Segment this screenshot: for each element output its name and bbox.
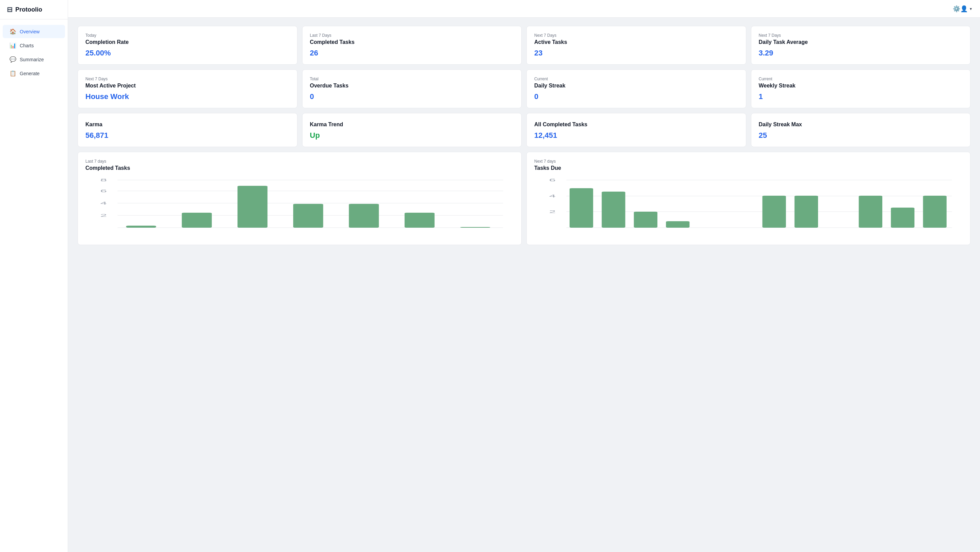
svg-rect-11 <box>237 186 267 227</box>
chart-title: Completed Tasks <box>86 165 514 171</box>
stat-value: House Work <box>86 92 290 101</box>
stat-card-daily-streak: Current Daily Streak 0 <box>527 69 746 108</box>
svg-rect-26 <box>666 221 689 227</box>
main-area: ⚙️👤 ▾ Today Completion Rate 25.00% Last … <box>68 0 980 552</box>
svg-rect-30 <box>891 208 914 227</box>
stat-card-karma: Karma 56,871 <box>78 113 298 147</box>
sidebar-nav: 🏠 Overview 📊 Charts 💬 Summarize 📋 Genera… <box>0 19 68 86</box>
svg-rect-28 <box>795 196 818 227</box>
stat-label-top: Current <box>534 76 738 81</box>
stats-row-3: Karma 56,871 Karma Trend Up All Complete… <box>78 113 970 147</box>
tasks-due-chart: 6 4 2 <box>534 177 963 238</box>
stat-title: Active Tasks <box>534 39 738 45</box>
home-icon: 🏠 <box>10 28 16 35</box>
stat-value: 3.29 <box>759 49 963 57</box>
summarize-icon: 💬 <box>10 56 16 63</box>
user-menu[interactable]: ⚙️👤 ▾ <box>953 5 972 13</box>
stat-card-daily-streak-max: Daily Streak Max 25 <box>751 113 971 147</box>
svg-rect-23 <box>570 188 593 227</box>
stat-label-top: Total <box>310 76 514 81</box>
svg-text:2: 2 <box>100 213 107 218</box>
stat-label-top: Current <box>759 76 963 81</box>
stat-value: 25 <box>759 131 963 140</box>
charts-icon: 📊 <box>10 42 16 49</box>
stat-value: 26 <box>310 49 514 57</box>
stat-card-overdue-tasks: Total Overdue Tasks 0 <box>302 69 522 108</box>
topbar: ⚙️👤 ▾ <box>68 0 980 18</box>
sidebar-item-label: Generate <box>20 71 40 76</box>
chart-title: Tasks Due <box>534 165 963 171</box>
svg-text:8: 8 <box>100 178 107 182</box>
logo-icon: ⊟ <box>7 5 13 14</box>
stat-title: Completion Rate <box>86 39 290 45</box>
stat-card-weekly-streak: Current Weekly Streak 1 <box>751 69 971 108</box>
stat-label-top: Next 7 Days <box>86 76 290 81</box>
sidebar-item-label: Overview <box>20 29 40 34</box>
stat-card-completion-rate: Today Completion Rate 25.00% <box>78 26 298 65</box>
svg-rect-29 <box>859 196 882 227</box>
chart-label-top: Next 7 days <box>534 159 963 164</box>
stat-value: 56,871 <box>86 131 290 140</box>
svg-rect-10 <box>182 213 212 227</box>
app-logo: ⊟ Protoolio <box>0 0 68 19</box>
stat-label-top: Last 7 Days <box>310 33 514 38</box>
sidebar-item-label: Charts <box>20 43 34 48</box>
stat-label-top: Next 7 Days <box>759 33 963 38</box>
svg-rect-31 <box>923 196 947 227</box>
stat-title: Most Active Project <box>86 83 290 89</box>
stat-value: 1 <box>759 92 963 101</box>
sidebar: ⊟ Protoolio 🏠 Overview 📊 Charts 💬 Summar… <box>0 0 68 552</box>
svg-rect-14 <box>404 213 434 227</box>
stat-title: Overdue Tasks <box>310 83 514 89</box>
svg-rect-12 <box>293 204 323 227</box>
chart-completed-tasks: Last 7 days Completed Tasks 8 6 4 <box>78 152 522 245</box>
svg-text:2: 2 <box>549 210 556 214</box>
main-content: Today Completion Rate 25.00% Last 7 Days… <box>68 18 980 552</box>
stats-row-1: Today Completion Rate 25.00% Last 7 Days… <box>78 26 970 65</box>
stat-title: Completed Tasks <box>310 39 514 45</box>
stat-card-daily-task-avg: Next 7 Days Daily Task Average 3.29 <box>751 26 971 65</box>
user-avatar-icon: ⚙️👤 <box>953 5 968 13</box>
svg-rect-15 <box>460 227 490 227</box>
stat-card-completed-tasks: Last 7 Days Completed Tasks 26 <box>302 26 522 65</box>
sidebar-item-charts[interactable]: 📊 Charts <box>3 39 65 52</box>
stat-card-active-tasks: Next 7 Days Active Tasks 23 <box>527 26 746 65</box>
stat-title: Daily Streak <box>534 83 738 89</box>
stat-value: 0 <box>534 92 738 101</box>
stat-title: Daily Streak Max <box>759 121 963 127</box>
stat-card-all-completed-tasks: All Completed Tasks 12,451 <box>527 113 746 147</box>
svg-text:4: 4 <box>100 201 107 205</box>
stat-value: 0 <box>310 92 514 101</box>
charts-row: Last 7 days Completed Tasks 8 6 4 <box>78 152 970 245</box>
stat-value: 25.00% <box>86 49 290 57</box>
stat-title: All Completed Tasks <box>534 121 738 127</box>
chevron-down-icon: ▾ <box>970 6 972 11</box>
stat-title: Karma Trend <box>310 121 514 127</box>
sidebar-item-label: Summarize <box>20 57 44 62</box>
chart-label-top: Last 7 days <box>86 159 514 164</box>
sidebar-item-summarize[interactable]: 💬 Summarize <box>3 53 65 66</box>
stat-label-top: Today <box>86 33 290 38</box>
sidebar-item-overview[interactable]: 🏠 Overview <box>3 25 65 38</box>
stats-row-2: Next 7 Days Most Active Project House Wo… <box>78 69 970 108</box>
sidebar-item-generate[interactable]: 📋 Generate <box>3 67 65 80</box>
stat-title: Karma <box>86 121 290 127</box>
stat-card-most-active-project: Next 7 Days Most Active Project House Wo… <box>78 69 298 108</box>
stat-value: Up <box>310 131 514 140</box>
svg-rect-27 <box>762 196 786 227</box>
svg-text:6: 6 <box>549 178 556 182</box>
stat-title: Weekly Streak <box>759 83 963 89</box>
completed-tasks-chart: 8 6 4 2 <box>86 177 514 238</box>
app-name: Protoolio <box>15 6 42 13</box>
svg-rect-13 <box>349 204 379 227</box>
chart-tasks-due: Next 7 days Tasks Due 6 4 2 <box>527 152 970 245</box>
svg-text:4: 4 <box>549 194 556 198</box>
svg-text:6: 6 <box>100 189 107 193</box>
stat-value: 12,451 <box>534 131 738 140</box>
stat-label-top: Next 7 Days <box>534 33 738 38</box>
generate-icon: 📋 <box>10 70 16 76</box>
svg-rect-25 <box>634 212 657 227</box>
stat-card-karma-trend: Karma Trend Up <box>302 113 522 147</box>
stat-title: Daily Task Average <box>759 39 963 45</box>
stat-value: 23 <box>534 49 738 57</box>
